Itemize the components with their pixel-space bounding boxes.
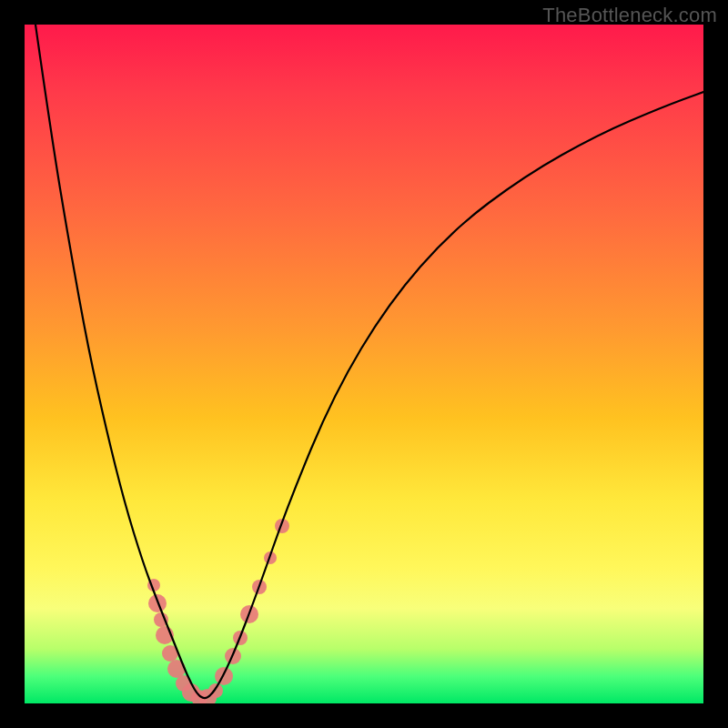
watermark-label: TheBottleneck.com bbox=[542, 4, 717, 27]
plot-area bbox=[25, 25, 703, 703]
chart-frame: TheBottleneck.com bbox=[0, 0, 728, 728]
bottleneck-curve bbox=[35, 25, 703, 698]
data-markers bbox=[147, 519, 289, 703]
data-marker bbox=[215, 667, 233, 685]
chart-svg bbox=[25, 25, 703, 703]
